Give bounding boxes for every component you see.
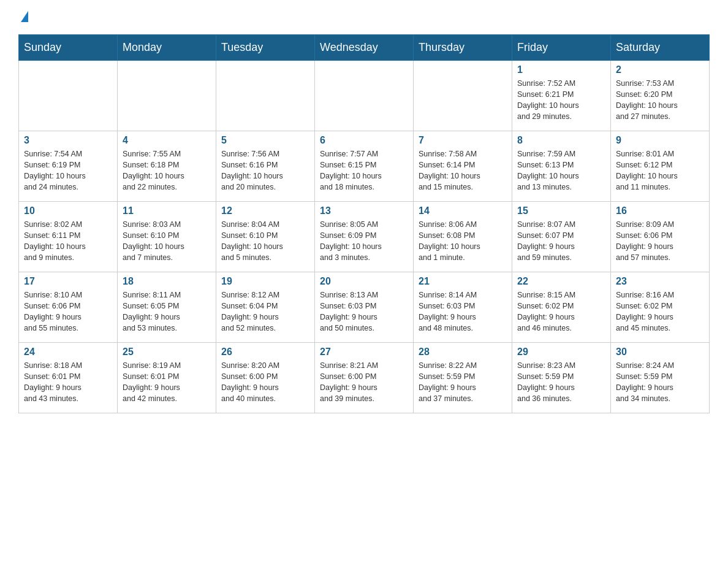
table-cell: 15Sunrise: 8:07 AM Sunset: 6:07 PM Dayli… — [512, 202, 611, 272]
day-number: 21 — [419, 276, 507, 287]
table-cell: 6Sunrise: 7:57 AM Sunset: 6:15 PM Daylig… — [315, 131, 414, 202]
table-cell: 19Sunrise: 8:12 AM Sunset: 6:04 PM Dayli… — [216, 272, 315, 343]
day-number: 14 — [419, 205, 507, 216]
week-row-5: 24Sunrise: 8:18 AM Sunset: 6:01 PM Dayli… — [19, 343, 710, 413]
day-info: Sunrise: 7:56 AM Sunset: 6:16 PM Dayligh… — [221, 148, 309, 193]
table-cell: 3Sunrise: 7:54 AM Sunset: 6:19 PM Daylig… — [19, 131, 118, 202]
table-cell: 4Sunrise: 7:55 AM Sunset: 6:18 PM Daylig… — [118, 131, 216, 202]
day-number: 5 — [221, 135, 309, 146]
week-row-3: 10Sunrise: 8:02 AM Sunset: 6:11 PM Dayli… — [19, 202, 710, 272]
day-number: 2 — [616, 64, 704, 75]
header-wednesday: Wednesday — [315, 35, 414, 61]
table-cell — [315, 61, 414, 131]
day-info: Sunrise: 8:09 AM Sunset: 6:06 PM Dayligh… — [616, 219, 704, 264]
day-number: 11 — [123, 205, 211, 216]
day-number: 20 — [320, 276, 408, 287]
table-cell — [216, 61, 315, 131]
week-row-1: 1Sunrise: 7:52 AM Sunset: 6:21 PM Daylig… — [19, 61, 710, 131]
header-friday: Friday — [512, 35, 611, 61]
table-cell: 30Sunrise: 8:24 AM Sunset: 5:59 PM Dayli… — [611, 343, 710, 413]
table-cell: 11Sunrise: 8:03 AM Sunset: 6:10 PM Dayli… — [118, 202, 216, 272]
day-number: 13 — [320, 205, 408, 216]
day-info: Sunrise: 8:03 AM Sunset: 6:10 PM Dayligh… — [123, 219, 211, 264]
week-row-4: 17Sunrise: 8:10 AM Sunset: 6:06 PM Dayli… — [19, 272, 710, 343]
table-cell: 20Sunrise: 8:13 AM Sunset: 6:03 PM Dayli… — [315, 272, 414, 343]
table-cell: 21Sunrise: 8:14 AM Sunset: 6:03 PM Dayli… — [414, 272, 512, 343]
day-info: Sunrise: 8:12 AM Sunset: 6:04 PM Dayligh… — [221, 289, 309, 334]
calendar-header-row: SundayMondayTuesdayWednesdayThursdayFrid… — [19, 35, 710, 61]
day-info: Sunrise: 8:21 AM Sunset: 6:00 PM Dayligh… — [320, 360, 408, 405]
table-cell: 24Sunrise: 8:18 AM Sunset: 6:01 PM Dayli… — [19, 343, 118, 413]
page-header — [18, 12, 710, 23]
day-info: Sunrise: 8:20 AM Sunset: 6:00 PM Dayligh… — [221, 360, 309, 405]
table-cell: 27Sunrise: 8:21 AM Sunset: 6:00 PM Dayli… — [315, 343, 414, 413]
day-number: 24 — [24, 347, 112, 358]
day-info: Sunrise: 8:18 AM Sunset: 6:01 PM Dayligh… — [24, 360, 112, 405]
table-cell: 5Sunrise: 7:56 AM Sunset: 6:16 PM Daylig… — [216, 131, 315, 202]
calendar-table: SundayMondayTuesdayWednesdayThursdayFrid… — [18, 34, 710, 413]
header-thursday: Thursday — [414, 35, 512, 61]
day-info: Sunrise: 8:02 AM Sunset: 6:11 PM Dayligh… — [24, 219, 112, 264]
table-cell: 28Sunrise: 8:22 AM Sunset: 5:59 PM Dayli… — [414, 343, 512, 413]
week-row-2: 3Sunrise: 7:54 AM Sunset: 6:19 PM Daylig… — [19, 131, 710, 202]
day-info: Sunrise: 8:15 AM Sunset: 6:02 PM Dayligh… — [517, 289, 605, 334]
table-cell — [118, 61, 216, 131]
day-number: 6 — [320, 135, 408, 146]
table-cell: 2Sunrise: 7:53 AM Sunset: 6:20 PM Daylig… — [611, 61, 710, 131]
day-info: Sunrise: 8:19 AM Sunset: 6:01 PM Dayligh… — [123, 360, 211, 405]
day-info: Sunrise: 8:23 AM Sunset: 5:59 PM Dayligh… — [517, 360, 605, 405]
day-info: Sunrise: 8:14 AM Sunset: 6:03 PM Dayligh… — [419, 289, 507, 334]
day-number: 18 — [123, 276, 211, 287]
day-info: Sunrise: 8:13 AM Sunset: 6:03 PM Dayligh… — [320, 289, 408, 334]
table-cell: 14Sunrise: 8:06 AM Sunset: 6:08 PM Dayli… — [414, 202, 512, 272]
day-number: 16 — [616, 205, 704, 216]
day-number: 25 — [123, 347, 211, 358]
logo-triangle-icon — [21, 11, 28, 22]
table-cell: 8Sunrise: 7:59 AM Sunset: 6:13 PM Daylig… — [512, 131, 611, 202]
day-number: 27 — [320, 347, 408, 358]
day-number: 4 — [123, 135, 211, 146]
day-number: 22 — [517, 276, 605, 287]
day-info: Sunrise: 8:11 AM Sunset: 6:05 PM Dayligh… — [123, 289, 211, 334]
day-info: Sunrise: 8:05 AM Sunset: 6:09 PM Dayligh… — [320, 219, 408, 264]
day-info: Sunrise: 7:55 AM Sunset: 6:18 PM Dayligh… — [123, 148, 211, 193]
table-cell: 7Sunrise: 7:58 AM Sunset: 6:14 PM Daylig… — [414, 131, 512, 202]
table-cell: 29Sunrise: 8:23 AM Sunset: 5:59 PM Dayli… — [512, 343, 611, 413]
table-cell: 17Sunrise: 8:10 AM Sunset: 6:06 PM Dayli… — [19, 272, 118, 343]
table-cell: 10Sunrise: 8:02 AM Sunset: 6:11 PM Dayli… — [19, 202, 118, 272]
day-info: Sunrise: 7:52 AM Sunset: 6:21 PM Dayligh… — [517, 78, 605, 123]
day-number: 9 — [616, 135, 704, 146]
day-info: Sunrise: 8:16 AM Sunset: 6:02 PM Dayligh… — [616, 289, 704, 334]
table-cell: 13Sunrise: 8:05 AM Sunset: 6:09 PM Dayli… — [315, 202, 414, 272]
day-info: Sunrise: 8:06 AM Sunset: 6:08 PM Dayligh… — [419, 219, 507, 264]
table-cell: 9Sunrise: 8:01 AM Sunset: 6:12 PM Daylig… — [611, 131, 710, 202]
day-info: Sunrise: 8:07 AM Sunset: 6:07 PM Dayligh… — [517, 219, 605, 264]
table-cell: 25Sunrise: 8:19 AM Sunset: 6:01 PM Dayli… — [118, 343, 216, 413]
day-info: Sunrise: 7:58 AM Sunset: 6:14 PM Dayligh… — [419, 148, 507, 193]
day-number: 28 — [419, 347, 507, 358]
day-info: Sunrise: 8:10 AM Sunset: 6:06 PM Dayligh… — [24, 289, 112, 334]
table-cell: 23Sunrise: 8:16 AM Sunset: 6:02 PM Dayli… — [611, 272, 710, 343]
day-number: 26 — [221, 347, 309, 358]
header-monday: Monday — [118, 35, 216, 61]
day-info: Sunrise: 8:04 AM Sunset: 6:10 PM Dayligh… — [221, 219, 309, 264]
day-number: 12 — [221, 205, 309, 216]
day-number: 19 — [221, 276, 309, 287]
day-number: 15 — [517, 205, 605, 216]
table-cell: 22Sunrise: 8:15 AM Sunset: 6:02 PM Dayli… — [512, 272, 611, 343]
table-cell — [19, 61, 118, 131]
table-cell: 26Sunrise: 8:20 AM Sunset: 6:00 PM Dayli… — [216, 343, 315, 413]
table-cell: 12Sunrise: 8:04 AM Sunset: 6:10 PM Dayli… — [216, 202, 315, 272]
day-number: 30 — [616, 347, 704, 358]
table-cell: 16Sunrise: 8:09 AM Sunset: 6:06 PM Dayli… — [611, 202, 710, 272]
day-number: 29 — [517, 347, 605, 358]
day-number: 7 — [419, 135, 507, 146]
day-info: Sunrise: 7:57 AM Sunset: 6:15 PM Dayligh… — [320, 148, 408, 193]
table-cell: 1Sunrise: 7:52 AM Sunset: 6:21 PM Daylig… — [512, 61, 611, 131]
header-tuesday: Tuesday — [216, 35, 315, 61]
day-number: 10 — [24, 205, 112, 216]
day-number: 17 — [24, 276, 112, 287]
header-saturday: Saturday — [611, 35, 710, 61]
day-info: Sunrise: 7:53 AM Sunset: 6:20 PM Dayligh… — [616, 78, 704, 123]
day-number: 23 — [616, 276, 704, 287]
